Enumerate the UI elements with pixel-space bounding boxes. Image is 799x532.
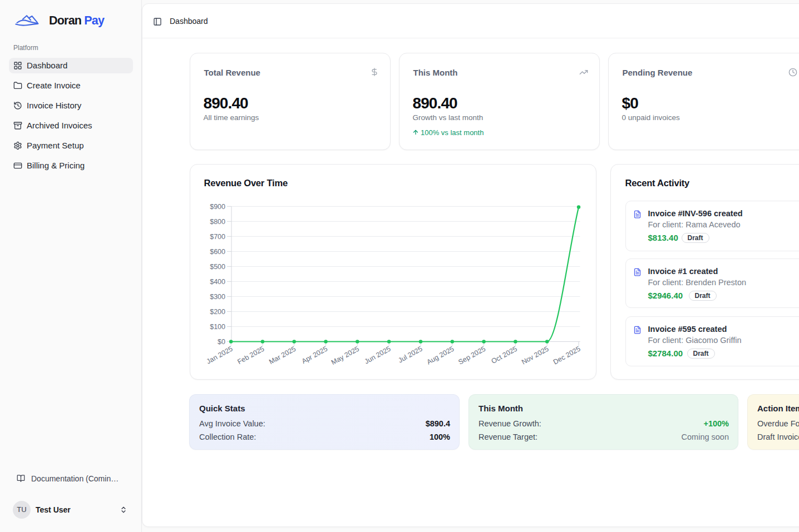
svg-text:$800: $800 <box>210 218 225 226</box>
svg-text:$0: $0 <box>218 338 225 346</box>
svg-text:Sep 2025: Sep 2025 <box>457 345 487 366</box>
svg-text:Mar 2025: Mar 2025 <box>268 345 297 366</box>
svg-text:$300: $300 <box>210 293 225 301</box>
svg-text:$900: $900 <box>210 203 225 211</box>
svg-text:May 2025: May 2025 <box>329 345 360 366</box>
svg-text:Dec 2025: Dec 2025 <box>551 345 581 366</box>
svg-text:Nov 2025: Nov 2025 <box>520 345 550 366</box>
svg-text:Jun 2025: Jun 2025 <box>363 345 392 365</box>
svg-text:Oct 2025: Oct 2025 <box>490 345 518 365</box>
svg-text:Feb 2025: Feb 2025 <box>236 345 265 366</box>
svg-text:$500: $500 <box>210 263 225 271</box>
svg-text:$700: $700 <box>210 233 225 241</box>
svg-text:$100: $100 <box>210 323 225 331</box>
svg-text:$200: $200 <box>210 308 225 316</box>
svg-text:Aug 2025: Aug 2025 <box>425 345 455 366</box>
svg-text:Apr 2025: Apr 2025 <box>300 345 328 365</box>
svg-text:$400: $400 <box>210 278 225 286</box>
svg-text:$600: $600 <box>210 248 225 256</box>
svg-text:Jan 2025: Jan 2025 <box>205 345 234 365</box>
svg-text:Jul 2025: Jul 2025 <box>397 345 423 364</box>
